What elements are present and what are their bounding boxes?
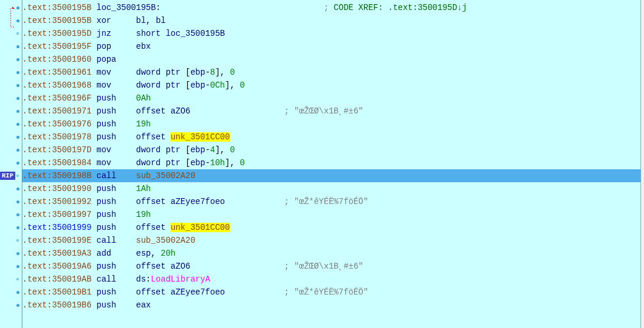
sub-name-token: sub_35002A20: [136, 171, 195, 180]
address[interactable]: .text:35001976: [22, 119, 92, 129]
mnemonic-token: mov: [96, 158, 136, 168]
disasm-line[interactable]: .text:3500195B loc_3500195B: ; CODE XREF…: [22, 1, 644, 14]
disasm-line[interactable]: .text:35001971 push offset aZO6 ; "œŽŒØ\…: [22, 105, 644, 118]
address[interactable]: .text:35001961: [22, 68, 92, 77]
disasm-line[interactable]: .text:35001960 popa: [22, 53, 644, 66]
disasm-line[interactable]: .text:3500195F pop ebx: [22, 40, 644, 53]
reg-token: bl: [156, 16, 166, 25]
address[interactable]: .text:35001992: [22, 197, 92, 206]
text-token: :: [156, 3, 161, 12]
text-token: [92, 68, 96, 77]
disasm-line[interactable]: .text:3500195B xor bl, bl: [22, 14, 644, 27]
text-token: [92, 42, 96, 51]
disasm-line[interactable]: .text:350019A3 add esp, 20h: [22, 247, 644, 260]
address[interactable]: .text:3500195B: [22, 3, 92, 12]
text-token: ],: [225, 158, 240, 168]
text-token: [92, 171, 96, 180]
disasm-line[interactable]: .text:35001961 mov dword ptr [ebp-8], 0: [22, 66, 644, 79]
address[interactable]: .text:35001990: [22, 184, 92, 193]
operand-token: loc_3500195B: [166, 29, 225, 38]
text-token: [: [185, 158, 190, 168]
disasm-line[interactable]: .text:35001968 mov dword ptr [ebp-0Ch], …: [22, 79, 644, 92]
address[interactable]: .text:35001978: [22, 132, 92, 142]
address[interactable]: .text:3500196F: [22, 93, 92, 103]
address[interactable]: .text:3500195F: [22, 42, 92, 51]
address[interactable]: .text:350019A6: [22, 262, 92, 271]
text-token: [92, 236, 96, 245]
address[interactable]: .text:3500198B: [22, 171, 92, 180]
disasm-line[interactable]: .text:3500196F push 0Ah: [22, 92, 644, 105]
mnemonic-token: push: [96, 287, 136, 297]
address[interactable]: .text:3500197D: [22, 145, 92, 155]
operand-token: aZO6: [171, 106, 191, 116]
mnemonic-token: push: [96, 262, 136, 271]
disasm-line[interactable]: .text:35001992 push offset aZEyee7foeo ;…: [22, 195, 644, 208]
disasm-line[interactable]: .text:35001984 mov dword ptr [ebp-10h], …: [22, 156, 644, 169]
text-token: [92, 16, 96, 25]
disasm-line[interactable]: .text:3500198B call sub_35002A20: [22, 169, 644, 182]
mnemonic-token: call: [96, 275, 136, 284]
comment-token: ; "œŽŒØ\x1B¸#±6": [284, 262, 363, 271]
address[interactable]: .text:3500195D: [22, 29, 92, 38]
operand-token: aZO6: [171, 262, 191, 271]
text-token: [92, 29, 96, 38]
num-green-token: 1Ah: [136, 184, 151, 193]
address[interactable]: .text:35001997: [22, 210, 92, 219]
address[interactable]: .text:3500199E: [22, 236, 92, 245]
operand-token: aZEyee7foeo: [171, 197, 225, 206]
keyword-token: dword ptr: [136, 81, 185, 90]
text-token: [92, 119, 96, 129]
text-token: ],: [225, 81, 240, 90]
num-green-token: 19h: [136, 119, 151, 129]
mnemonic-token: call: [96, 236, 136, 245]
address[interactable]: .text:35001999: [22, 223, 92, 232]
mnemonic-token: push: [96, 223, 136, 232]
address[interactable]: .text:35001971: [22, 106, 92, 116]
disasm-line[interactable]: .text:350019B1 push offset aZEyee7foeo ;…: [22, 286, 644, 299]
disasm-line[interactable]: .text:35001990 push 1Ah: [22, 182, 644, 195]
address[interactable]: .text:35001984: [22, 158, 92, 168]
address[interactable]: .text:350019A3: [22, 249, 92, 258]
scrollbar[interactable]: [640, 0, 644, 328]
mnemonic-token: call: [96, 171, 136, 180]
disasm-line[interactable]: .text:350019AB call ds:LoadLibraryA: [22, 273, 644, 286]
text-token: [92, 197, 96, 206]
reg-token: ebp: [191, 81, 205, 90]
text-token: [225, 197, 284, 206]
mnemonic-token: push: [96, 119, 136, 129]
reg-token: ebx: [136, 42, 151, 51]
text-token: [225, 287, 284, 297]
disasm-line[interactable]: .text:3500199E call sub_35002A20: [22, 234, 644, 247]
disasm-line[interactable]: .text:35001978 push offset unk_3501CC00: [22, 130, 644, 143]
disasm-line[interactable]: .text:3500195D jnz short loc_3500195B: [22, 27, 644, 40]
keyword-token: dword ptr: [136, 145, 185, 155]
disasm-line[interactable]: .text:350019A6 push offset aZO6 ; "œŽŒØ\…: [22, 260, 644, 273]
label-token: loc_3500195B: [96, 3, 156, 12]
operand-token: aZEyee7foeo: [171, 287, 225, 297]
sub-name-token: sub_35002A20: [136, 236, 195, 245]
disasm-line[interactable]: .text:35001997 push 19h: [22, 208, 644, 221]
num-green-token: 20h: [161, 249, 175, 258]
address[interactable]: .text:350019B1: [22, 287, 92, 297]
mnemonic-token: mov: [96, 68, 136, 77]
text-token: [92, 55, 96, 64]
address[interactable]: .text:3500195B: [22, 16, 92, 25]
disasm-line[interactable]: .text:350019B6 push eax: [22, 299, 644, 312]
disasm-line[interactable]: .text:3500197D mov dword ptr [ebp-4], 0: [22, 143, 644, 156]
address[interactable]: .text:350019AB: [22, 275, 92, 284]
text-token: [92, 249, 96, 258]
disasm-line[interactable]: .text:35001976 push 19h: [22, 118, 644, 130]
num-green-token: 4: [210, 145, 215, 155]
mnemonic-token: push: [96, 210, 136, 219]
address[interactable]: .text:35001960: [22, 55, 92, 64]
hl-yellow-token: unk_3501CC: [171, 223, 220, 232]
reg-token: ds: [136, 275, 146, 284]
xref-dark-token: CODE XREF: .text:3500195D↓j: [333, 3, 467, 12]
address[interactable]: .text:350019B6: [22, 300, 92, 310]
address[interactable]: .text:35001968: [22, 81, 92, 90]
disassembly-view[interactable]: .text:3500195B loc_3500195B: ; CODE XREF…: [0, 0, 644, 312]
text-token: [92, 3, 96, 12]
mnemonic-token: mov: [96, 145, 136, 155]
disasm-line[interactable]: .text:35001999 push offset unk_3501CC00: [22, 221, 644, 234]
text-token: ],: [215, 145, 230, 155]
